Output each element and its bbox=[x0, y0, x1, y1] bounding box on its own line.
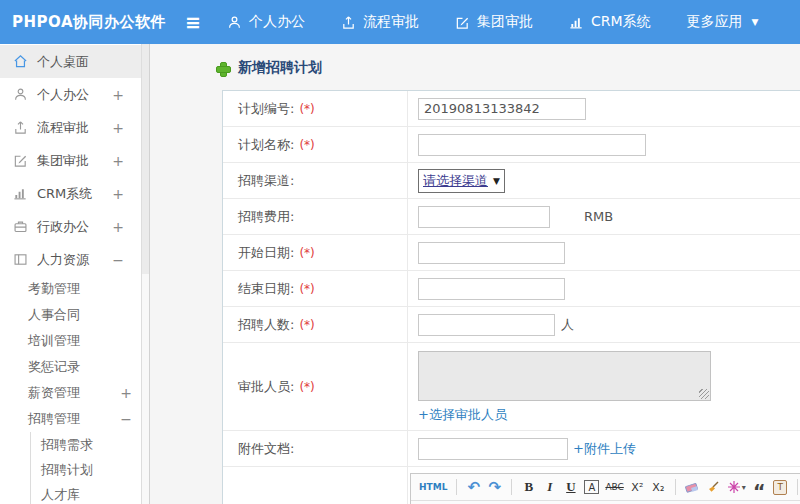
field-label: 计划名称: bbox=[238, 136, 294, 154]
format-eraser-icon[interactable] bbox=[685, 477, 700, 497]
sidebar-item-label: 招聘计划 bbox=[41, 461, 93, 479]
font-border-button[interactable]: A bbox=[584, 480, 599, 494]
sidebar-item-admin-office[interactable]: 行政办公 + bbox=[0, 210, 141, 243]
sidebar-scrollbar[interactable] bbox=[141, 44, 150, 504]
sidebar-item-label: 培训管理 bbox=[28, 332, 80, 350]
sidebar-item-talent-pool[interactable]: 人才库 bbox=[31, 482, 141, 504]
sidebar-item-human-resources[interactable]: 人力资源 − bbox=[0, 243, 141, 276]
form-row-attachment: 附件文档: +附件上传 bbox=[223, 431, 800, 467]
resize-grip[interactable] bbox=[699, 389, 709, 399]
sidebar-item-label: 薪资管理 bbox=[28, 384, 80, 402]
top-bar: PHPOA协同办公软件 ≡ 个人办公 流程审批 集团审批 CRM系统 更多应用 … bbox=[0, 0, 800, 44]
sidebar-item-personal-office[interactable]: 个人办公 + bbox=[0, 78, 141, 111]
sidebar-item-attendance[interactable]: 考勤管理 bbox=[0, 276, 141, 302]
expand-icon[interactable]: + bbox=[112, 219, 124, 235]
expand-icon[interactable]: + bbox=[112, 153, 124, 169]
recruit-cost-input[interactable] bbox=[418, 206, 550, 228]
attachment-input[interactable] bbox=[418, 438, 568, 460]
expand-icon[interactable]: + bbox=[112, 186, 124, 202]
sidebar-item-label: 奖惩记录 bbox=[28, 358, 80, 376]
nav-item-crm-system[interactable]: CRM系统 bbox=[569, 13, 651, 31]
form-row-plan-number: 计划编号: (*) bbox=[223, 91, 800, 127]
sidebar-item-recruit-plan[interactable]: 招聘计划 bbox=[31, 457, 141, 482]
italic-button[interactable]: I bbox=[542, 477, 557, 497]
add-plus-icon bbox=[216, 62, 229, 75]
sidebar-item-recruit-demand[interactable]: 招聘需求 bbox=[31, 432, 141, 457]
undo-button[interactable]: ↶ bbox=[466, 477, 481, 497]
sidebar-item-hr-contract[interactable]: 人事合同 bbox=[0, 302, 141, 328]
app-logo: PHPOA协同办公软件 bbox=[0, 13, 185, 32]
home-icon bbox=[13, 54, 28, 69]
sidebar-item-label: CRM系统 bbox=[37, 185, 92, 203]
blockquote-button[interactable]: “ bbox=[752, 477, 767, 497]
required-mark: (*) bbox=[299, 380, 314, 394]
sidebar-item-personal-desktop[interactable]: 个人桌面 bbox=[0, 45, 141, 78]
sidebar-item-label: 行政办公 bbox=[37, 218, 89, 236]
sidebar-item-salary[interactable]: 薪资管理 + bbox=[0, 380, 141, 406]
paste-letter: T bbox=[773, 480, 787, 495]
main-content: 新增招聘计划 计划编号: (*) 计划名称: (*) bbox=[150, 44, 800, 504]
sidebar-item-group-approval[interactable]: 集团审批 + bbox=[0, 144, 141, 177]
bar-chart-icon bbox=[13, 186, 28, 201]
workflow-icon bbox=[341, 15, 356, 30]
form-row-recruit-channel: 招聘渠道: 请选择渠道 ▼ bbox=[223, 163, 800, 199]
channel-select-value: 请选择渠道 bbox=[423, 172, 488, 190]
autotypeset-wand-icon[interactable]: ▾ bbox=[727, 477, 746, 497]
toolbar-separator bbox=[456, 479, 457, 495]
nav-item-personal-office[interactable]: 个人办公 bbox=[227, 13, 305, 31]
rich-text-editor: HTML ↶ ↷ B I U A ABC X² X₂ bbox=[410, 473, 800, 504]
underline-button[interactable]: U bbox=[563, 477, 578, 497]
scrollbar-thumb[interactable] bbox=[142, 44, 149, 274]
sidebar-item-label: 人事合同 bbox=[28, 306, 80, 324]
form-row-headcount: 招聘人数: (*) 人 bbox=[223, 307, 800, 343]
form-row-plan-content: HTML ↶ ↷ B I U A ABC X² X₂ bbox=[223, 467, 800, 504]
end-date-input[interactable] bbox=[418, 278, 565, 300]
edit-icon bbox=[13, 153, 28, 168]
caret-small-icon: ▾ bbox=[742, 483, 746, 492]
nav-label: CRM系统 bbox=[591, 13, 651, 31]
plan-number-input[interactable] bbox=[418, 98, 586, 120]
edit-icon bbox=[455, 15, 470, 30]
sidebar-item-recruit-management[interactable]: 招聘管理 − bbox=[0, 406, 141, 432]
form-row-recruit-cost: 招聘费用: RMB bbox=[223, 199, 800, 235]
approvers-textarea[interactable] bbox=[418, 351, 711, 401]
field-label: 招聘费用: bbox=[238, 208, 294, 226]
collapse-icon[interactable]: − bbox=[120, 411, 132, 427]
clean-broom-icon[interactable] bbox=[706, 477, 721, 497]
nav-item-workflow-approval[interactable]: 流程审批 bbox=[341, 13, 419, 31]
channel-select[interactable]: 请选择渠道 ▼ bbox=[418, 169, 505, 193]
redo-button[interactable]: ↷ bbox=[487, 477, 502, 497]
collapse-icon[interactable]: − bbox=[112, 252, 124, 268]
select-approvers-link[interactable]: +选择审批人员 bbox=[418, 406, 507, 424]
bold-button[interactable]: B bbox=[521, 477, 536, 497]
expand-icon[interactable]: + bbox=[112, 87, 124, 103]
paste-word-button[interactable]: T bbox=[773, 477, 788, 497]
sidebar-item-crm-system[interactable]: CRM系统 + bbox=[0, 177, 141, 210]
field-label: 招聘人数: bbox=[238, 316, 294, 334]
sidebar-item-training[interactable]: 培训管理 bbox=[0, 328, 141, 354]
subscript-button[interactable]: X₂ bbox=[651, 477, 666, 497]
start-date-input[interactable] bbox=[418, 242, 565, 264]
upload-attachment-link[interactable]: +附件上传 bbox=[573, 440, 636, 458]
required-mark: (*) bbox=[299, 246, 314, 260]
currency-suffix: RMB bbox=[584, 209, 613, 224]
sidebar-item-workflow-approval[interactable]: 流程审批 + bbox=[0, 111, 141, 144]
html-source-button[interactable]: HTML bbox=[419, 477, 447, 497]
caret-down-icon: ▼ bbox=[493, 176, 500, 186]
menu-toggle-icon[interactable]: ≡ bbox=[185, 11, 201, 33]
plan-name-input[interactable] bbox=[418, 134, 646, 156]
superscript-button[interactable]: X² bbox=[630, 477, 645, 497]
nav-label: 个人办公 bbox=[249, 13, 305, 31]
nav-item-group-approval[interactable]: 集团审批 bbox=[455, 13, 533, 31]
strikethrough-button[interactable]: ABC bbox=[605, 477, 623, 497]
sidebar-item-rewards[interactable]: 奖惩记录 bbox=[0, 354, 141, 380]
sidebar-item-label: 招聘需求 bbox=[41, 436, 93, 454]
nav-item-more-apps[interactable]: 更多应用 ▼ bbox=[687, 13, 759, 31]
top-nav: 个人办公 流程审批 集团审批 CRM系统 更多应用 ▼ bbox=[227, 13, 759, 31]
sidebar: 个人桌面 个人办公 + 流程审批 + 集团审批 + CRM系统 + bbox=[0, 44, 150, 504]
page-title-text: 新增招聘计划 bbox=[238, 59, 322, 77]
form-row-end-date: 结束日期: (*) bbox=[223, 271, 800, 307]
headcount-input[interactable] bbox=[418, 314, 555, 336]
expand-icon[interactable]: + bbox=[120, 385, 132, 401]
expand-icon[interactable]: + bbox=[112, 120, 124, 136]
